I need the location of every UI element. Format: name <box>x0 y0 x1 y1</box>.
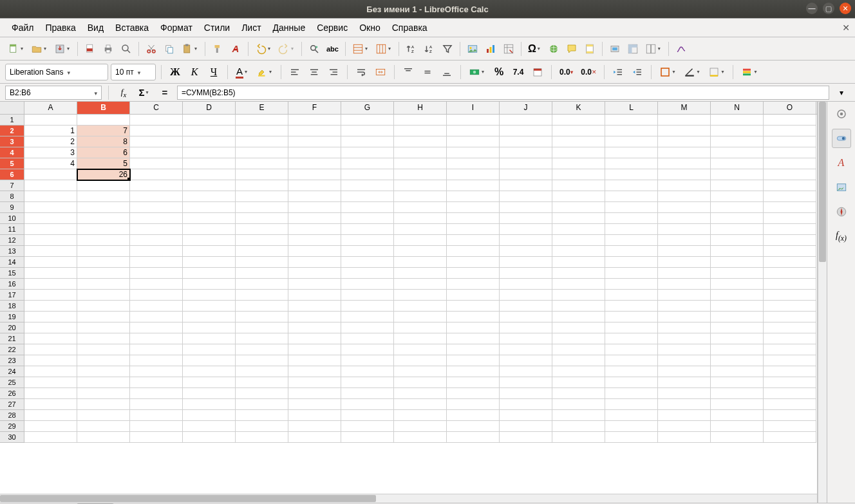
cell-I18[interactable] <box>447 301 500 312</box>
cell-B23[interactable] <box>77 355 130 366</box>
cell-L5[interactable] <box>605 158 658 169</box>
cell-E23[interactable] <box>236 355 288 366</box>
cell-A25[interactable] <box>24 377 77 388</box>
cell-N2[interactable] <box>711 126 764 136</box>
font-color-button[interactable]: A <box>233 64 251 80</box>
cell-M8[interactable] <box>658 191 711 202</box>
cell-B26[interactable] <box>77 388 130 399</box>
cell-D23[interactable] <box>183 355 236 366</box>
cell-A16[interactable] <box>24 279 77 290</box>
cell-A28[interactable] <box>24 410 77 421</box>
row-header-30[interactable]: 30 <box>0 432 24 443</box>
cell-A30[interactable] <box>24 432 77 443</box>
cell-H29[interactable] <box>394 421 447 432</box>
bold-button[interactable]: Ж <box>167 64 183 80</box>
cell-I22[interactable] <box>447 344 500 355</box>
save-button[interactable] <box>52 41 73 57</box>
cell-H2[interactable] <box>394 126 447 136</box>
cell-O24[interactable] <box>764 366 816 377</box>
cell-A13[interactable] <box>24 246 77 257</box>
cell-C15[interactable] <box>130 268 183 279</box>
cell-N1[interactable] <box>711 115 764 126</box>
menu-file[interactable]: Файл <box>6 20 39 35</box>
highlight-color-button[interactable] <box>254 64 276 80</box>
cell-N22[interactable] <box>711 344 764 355</box>
cell-A6[interactable] <box>24 169 77 180</box>
cell-B28[interactable] <box>77 410 130 421</box>
cell-B17[interactable] <box>77 290 130 301</box>
cell-F26[interactable] <box>288 388 341 399</box>
print-preview-button[interactable] <box>118 41 135 57</box>
cell-N9[interactable] <box>711 202 764 213</box>
cell-J30[interactable] <box>500 432 552 443</box>
cell-E13[interactable] <box>236 246 288 257</box>
cell-I5[interactable] <box>447 158 500 169</box>
window-maximize-button[interactable]: ▢ <box>823 3 834 14</box>
cell-H6[interactable] <box>394 169 447 180</box>
cell-A24[interactable] <box>24 366 77 377</box>
cell-G4[interactable] <box>341 147 394 158</box>
row-header-5[interactable]: 5 <box>0 158 24 169</box>
cell-M7[interactable] <box>658 180 711 191</box>
cell-A9[interactable] <box>24 202 77 213</box>
cell-A5[interactable]: 4 <box>24 158 77 169</box>
cell-C27[interactable] <box>130 399 183 410</box>
cell-C26[interactable] <box>130 388 183 399</box>
cell-B11[interactable] <box>77 224 130 235</box>
formula-expand-button[interactable]: ▾ <box>833 84 850 101</box>
cell-C6[interactable] <box>130 169 183 180</box>
cell-A7[interactable] <box>24 180 77 191</box>
cell-I2[interactable] <box>447 126 500 136</box>
cell-E10[interactable] <box>236 213 288 224</box>
name-box[interactable]: B2:B6 <box>5 86 102 100</box>
cell-J22[interactable] <box>500 344 552 355</box>
cell-J23[interactable] <box>500 355 552 366</box>
cell-K28[interactable] <box>552 410 605 421</box>
cell-K19[interactable] <box>552 312 605 322</box>
cell-H18[interactable] <box>394 301 447 312</box>
row-header-16[interactable]: 16 <box>0 279 24 290</box>
menu-window[interactable]: Окно <box>354 20 386 35</box>
cell-A11[interactable] <box>24 224 77 235</box>
cell-H8[interactable] <box>394 191 447 202</box>
cell-H30[interactable] <box>394 432 447 443</box>
cell-G22[interactable] <box>341 344 394 355</box>
cell-M28[interactable] <box>658 410 711 421</box>
cell-G28[interactable] <box>341 410 394 421</box>
cell-J24[interactable] <box>500 366 552 377</box>
menu-help[interactable]: Справка <box>387 20 433 35</box>
column-header-O[interactable]: O <box>764 102 816 114</box>
cell-G24[interactable] <box>341 366 394 377</box>
cell-D5[interactable] <box>183 158 236 169</box>
cell-F28[interactable] <box>288 410 341 421</box>
cell-L1[interactable] <box>605 115 658 126</box>
cell-L12[interactable] <box>605 235 658 246</box>
cell-C4[interactable] <box>130 147 183 158</box>
cell-O15[interactable] <box>764 268 816 279</box>
cell-O25[interactable] <box>764 377 816 388</box>
cell-I15[interactable] <box>447 268 500 279</box>
sum-button[interactable]: Σ <box>136 84 153 101</box>
sidebar-compass-button[interactable] <box>832 202 851 221</box>
cell-C22[interactable] <box>130 344 183 355</box>
cell-I17[interactable] <box>447 290 500 301</box>
cell-H27[interactable] <box>394 399 447 410</box>
cell-M25[interactable] <box>658 377 711 388</box>
column-header-K[interactable]: K <box>552 102 605 114</box>
row-header-18[interactable]: 18 <box>0 301 24 312</box>
cell-M22[interactable] <box>658 344 711 355</box>
cell-E11[interactable] <box>236 224 288 235</box>
cell-C7[interactable] <box>130 180 183 191</box>
export-pdf-button[interactable] <box>82 41 99 57</box>
cell-O16[interactable] <box>764 279 816 290</box>
remove-decimal-button[interactable]: 0.0✕ <box>578 64 599 80</box>
cell-F8[interactable] <box>288 191 341 202</box>
cell-J11[interactable] <box>500 224 552 235</box>
cell-D13[interactable] <box>183 246 236 257</box>
cell-C3[interactable] <box>130 136 183 147</box>
cell-I11[interactable] <box>447 224 500 235</box>
cell-M3[interactable] <box>658 136 711 147</box>
column-header-G[interactable]: G <box>341 102 394 114</box>
cell-B6[interactable]: 26 <box>77 169 130 180</box>
clear-formatting-button[interactable]: A <box>227 41 244 57</box>
